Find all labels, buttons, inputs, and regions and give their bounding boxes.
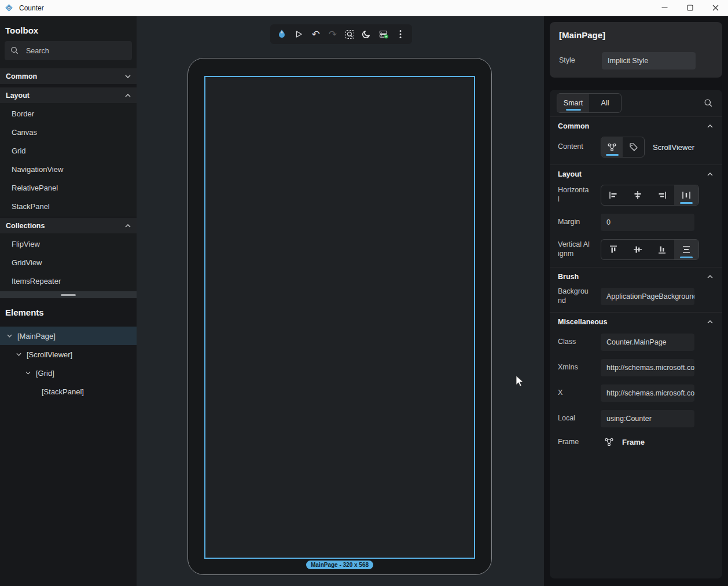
content-element-mode-button[interactable] (601, 137, 623, 157)
toolbox-item-navigationview[interactable]: NavigationView (0, 160, 137, 178)
toolbox-item-canvas[interactable]: Canvas (0, 123, 137, 141)
element-icon (607, 142, 617, 152)
section-title: Miscellaneous (558, 318, 607, 326)
active-toggle-indicator (680, 257, 693, 258)
chevron-up-icon[interactable] (707, 124, 713, 128)
element-icon (604, 437, 614, 447)
toolbox-section-layout[interactable]: Layout (0, 87, 137, 103)
chevron-down-icon[interactable] (23, 371, 32, 375)
chevron-down-icon[interactable] (14, 353, 23, 356)
active-tab-indicator (566, 109, 581, 111)
background-label: Background (558, 287, 590, 305)
tab-smart[interactable]: Smart (557, 94, 589, 112)
toolbox-item-border[interactable]: Border (0, 104, 137, 123)
align-bottom-button[interactable] (650, 240, 674, 259)
zoom-selection-icon[interactable] (342, 27, 357, 42)
toolbox-search-input[interactable]: Search (5, 41, 132, 60)
toolbox-section-collections[interactable]: Collections (0, 218, 137, 233)
align-stretch-vertical-button[interactable] (674, 240, 698, 259)
x-namespace-label: X (558, 389, 590, 398)
tree-node-stackpanel[interactable]: [StackPanel] (0, 382, 137, 401)
close-button[interactable] (703, 0, 728, 16)
hot-reload-flame-icon[interactable] (274, 27, 289, 42)
play-icon[interactable] (291, 27, 306, 42)
chevron-down-icon[interactable] (5, 334, 14, 338)
chevron-up-icon[interactable] (707, 320, 713, 324)
tree-node-mainpage[interactable]: [MainPage] (0, 327, 137, 345)
redo-icon[interactable]: ↷ (325, 27, 340, 42)
section-title: Brush (558, 273, 579, 281)
tree-node-scrollviewer[interactable]: [ScrollViewer] (0, 345, 137, 364)
align-center-horizontal-button[interactable] (626, 185, 650, 205)
frame-value[interactable]: Frame (622, 438, 645, 446)
x-namespace-input[interactable]: http://schemas.microsoft.com (601, 384, 694, 402)
xmlns-input[interactable]: http://schemas.microsoft.com (601, 359, 694, 376)
theme-moon-icon[interactable] (359, 27, 374, 42)
section-title: Layout (558, 170, 582, 178)
elements-title: Elements (0, 298, 137, 323)
page-size-badge: MainPage - 320 x 568 (306, 561, 373, 569)
chevron-up-icon (125, 224, 131, 228)
background-input[interactable]: ApplicationPageBackground (601, 288, 694, 305)
section-label: Layout (6, 91, 30, 100)
mainpage-design-surface[interactable] (204, 76, 475, 559)
align-right-button[interactable] (650, 185, 674, 205)
local-input[interactable]: using:Counter (601, 410, 694, 427)
tree-node-label: [MainPage] (17, 332, 56, 340)
toolbox-item-flipview[interactable]: FlipView (0, 235, 137, 253)
section-label: Common (6, 72, 37, 80)
minimize-button[interactable] (652, 0, 677, 16)
align-stretch-horizontal-button[interactable] (674, 185, 698, 205)
maximize-button[interactable] (677, 0, 703, 16)
undo-icon[interactable]: ↶ (308, 27, 323, 42)
server-status-icon[interactable] (376, 27, 391, 42)
properties-card: Smart All Common (550, 90, 722, 578)
device-frame: MainPage - 320 x 568 (187, 58, 492, 575)
align-top-button[interactable] (601, 240, 626, 259)
align-left-button[interactable] (601, 185, 626, 205)
panel-resize-handle[interactable] (0, 291, 137, 298)
selected-element-card: [MainPage] Style Implicit Style (550, 22, 722, 78)
design-toolbar: ↶ ↷ (270, 24, 412, 44)
toolbox-item-grid[interactable]: Grid (0, 141, 137, 160)
chevron-up-icon[interactable] (707, 275, 713, 279)
style-input[interactable]: Implicit Style (602, 52, 696, 69)
class-label: Class (558, 338, 590, 347)
active-toggle-indicator (680, 202, 693, 204)
tree-node-grid[interactable]: [Grid] (0, 364, 137, 382)
align-center-vertical-button[interactable] (626, 240, 650, 259)
margin-input[interactable]: 0 (601, 214, 694, 231)
design-canvas[interactable]: ↶ ↷ MainPage - 320 x 568 (137, 16, 544, 586)
search-icon (10, 46, 19, 55)
content-value: ScrollViewer (653, 143, 694, 152)
tab-label: Smart (564, 99, 583, 107)
tree-node-label: [StackPanel] (42, 387, 84, 396)
property-view-tabs: Smart All (557, 93, 622, 113)
properties-search-icon[interactable] (704, 98, 713, 108)
more-options-icon[interactable] (393, 27, 408, 42)
class-input[interactable]: Counter.MainPage (601, 334, 694, 351)
window-title: Counter (19, 4, 44, 12)
section-common: Common Content (550, 116, 722, 164)
section-brush: Brush Background ApplicationPageBackgrou… (550, 267, 722, 312)
margin-label: Margin (558, 218, 590, 227)
toolbox-title: Toolbox (0, 16, 137, 41)
left-sidebar: Toolbox Search Common Layout Border Canv… (0, 16, 137, 586)
chevron-up-icon[interactable] (707, 173, 713, 176)
toolbox-item-relativepanel[interactable]: RelativePanel (0, 178, 137, 197)
elements-panel: Elements [MainPage] [ScrollViewer] (0, 298, 137, 586)
section-label: Collections (6, 222, 45, 230)
tab-all[interactable]: All (589, 94, 621, 112)
title-bar: Counter (0, 0, 728, 16)
toolbox-item-itemsrepeater[interactable]: ItemsRepeater (0, 272, 137, 290)
vertical-alignment-group (601, 239, 699, 260)
toolbox-section-common[interactable]: Common (0, 68, 137, 84)
section-miscellaneous: Miscellaneous Class Counter.MainPage Xml… (550, 312, 722, 451)
frame-label: Frame (558, 438, 590, 447)
toolbox-item-stackpanel[interactable]: StackPanel (0, 197, 137, 215)
mouse-cursor (516, 375, 525, 390)
properties-panel: [MainPage] Style Implicit Style Smart Al… (544, 16, 728, 586)
section-layout: Layout Horizontal (550, 164, 722, 267)
toolbox-item-gridview[interactable]: GridView (0, 253, 137, 272)
content-tag-mode-button[interactable] (623, 137, 644, 157)
